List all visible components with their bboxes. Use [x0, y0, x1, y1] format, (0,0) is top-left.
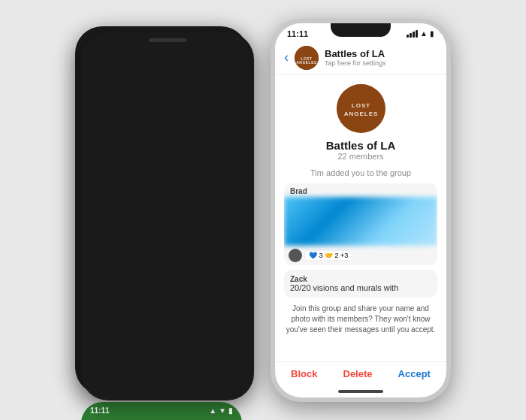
reaction-text: 💙 3 🤝 2 +3 [309, 252, 348, 259]
android-header: ← Raine Adamu ⋮ [81, 418, 242, 421]
android-screen: 11:11 ▲ ▼ ▮ ← Raine Adamu ⋮ [81, 402, 242, 421]
wifi-icon: ▲ [420, 29, 428, 38]
added-notice: Tim added you to the group [310, 168, 411, 177]
iphone-group-avatar: LOST ANGELES [295, 46, 319, 70]
chat-message-zack: Zack 20/20 visions and murals with [284, 270, 437, 298]
reaction-badge[interactable]: 💙 3 🤝 2 +3 [304, 250, 352, 261]
android-phone: 11:11 ▲ ▼ ▮ ← Raine Adamu ⋮ [75, 26, 248, 394]
battery-icon: ▮ [430, 29, 434, 38]
signal-bars-icon [407, 30, 418, 38]
svg-text:LOST: LOST [351, 102, 370, 109]
chat-sender-zack: Zack [290, 275, 431, 283]
iphone-time: 11:11 [287, 29, 308, 38]
android-notch-area [81, 32, 254, 400]
reaction-row: 💙 3 🤝 2 +3 [284, 246, 437, 265]
home-bar-indicator [338, 390, 383, 393]
wifi-icon: ▼ [219, 406, 226, 415]
iphone-tap-settings[interactable]: Tap here for settings [325, 59, 437, 67]
iphone-phone: 11:11 ▲ ▮ ‹ L [271, 19, 451, 402]
iphone-back-button[interactable]: ‹ [284, 50, 289, 65]
reaction-avatar [289, 249, 302, 262]
iphone-accept-description: Join this group and share your name and … [284, 304, 437, 335]
iphone-status-icons: ▲ ▮ [407, 29, 434, 38]
iphone-header: ‹ LOST ANGELES Battles of LA Tap here fo… [275, 41, 446, 75]
svg-text:ANGELES: ANGELES [296, 60, 317, 65]
iphone-group-name: Battles of LA [325, 48, 437, 59]
iphone-screen: 11:11 ▲ ▮ ‹ L [275, 23, 446, 397]
android-status-bar: 11:11 ▲ ▼ ▮ [81, 402, 242, 418]
phones-container: 11:11 ▲ ▼ ▮ ← Raine Adamu ⋮ [60, 4, 466, 417]
iphone-notch [331, 23, 391, 37]
android-speaker [149, 38, 186, 42]
signal-icon: ▲ [209, 406, 216, 415]
android-time: 11:11 [90, 406, 110, 415]
svg-text:ANGELES: ANGELES [343, 110, 378, 117]
iphone-header-info: Battles of LA Tap here for settings [325, 48, 437, 67]
iphone-status-bar: 11:11 ▲ ▮ [275, 23, 446, 41]
group-avatar-large: LOST ANGELES [337, 84, 385, 133]
iphone-home-bar [275, 385, 446, 397]
iphone-action-buttons: Block Delete Accept [275, 361, 446, 385]
chat-message-brad: Brad 💙 3 🤝 2 +3 [284, 183, 437, 265]
group-name-text: Battles of LA [326, 139, 396, 152]
chat-message-text: 20/20 visions and murals with [290, 283, 431, 292]
battery-icon: ▮ [228, 406, 233, 415]
iphone-content: LOST ANGELES Battles of LA 22 members Ti… [275, 75, 446, 361]
android-status-icons: ▲ ▼ ▮ [209, 406, 233, 415]
iphone-block-button[interactable]: Block [291, 368, 317, 379]
iphone-accept-button[interactable]: Accept [398, 368, 431, 379]
chat-sender-brad: Brad [284, 183, 437, 197]
iphone-delete-button[interactable]: Delete [343, 368, 373, 379]
group-members-count: 22 members [337, 152, 383, 161]
chat-image-blur [284, 197, 437, 246]
